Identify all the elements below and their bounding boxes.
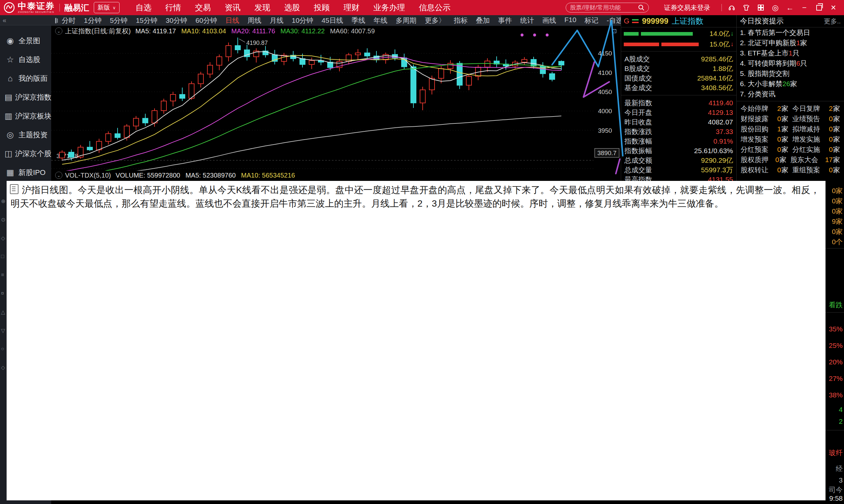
menu-item-选股[interactable]: 选股 [284, 2, 300, 13]
stat-value: 2 [829, 105, 833, 112]
tip-text: 大小非解禁 [748, 79, 783, 88]
candle [439, 69, 444, 78]
tool-标记[interactable]: 标记 [584, 16, 598, 25]
period-tab-年线[interactable]: 年线 [373, 16, 387, 25]
stat-label: 业绩预告 [792, 114, 829, 123]
theme-skin-icon[interactable] [739, 0, 754, 15]
collapse-pane-icon[interactable]: ⌄ [55, 172, 63, 179]
menu-item-信息公示[interactable]: 信息公示 [419, 2, 451, 13]
candlestick-chart[interactable]: 415041004050400039503871.784190.873890.7 [51, 36, 621, 170]
sidebar-tool-icon: ▽ [1, 327, 5, 334]
menu-item-理财[interactable]: 理财 [344, 2, 359, 13]
volume-values: VOLUME: 559972800MA5: 523089760MA10: 565… [116, 172, 300, 179]
period-tab-1分钟[interactable]: 1分钟 [84, 16, 102, 25]
stock-chart-icon: ◫ [5, 149, 13, 158]
login-status[interactable]: 证券交易未登录 [664, 3, 710, 12]
pane-tool-icon[interactable]: ⊡ [612, 28, 617, 35]
sidebar-item-我的版面[interactable]: ⌂我的版面 [0, 69, 51, 88]
customer-service-headset-icon[interactable] [724, 0, 739, 15]
settings-icon[interactable]: ◎ [768, 0, 783, 15]
tip-item-4[interactable]: 4.可转债即将到期6只 [737, 58, 844, 68]
menu-item-交易[interactable]: 交易 [195, 2, 211, 13]
period-tab-日线[interactable]: 日线 [225, 16, 239, 25]
edge-fragment: 2 [839, 417, 843, 426]
period-tab-45日线[interactable]: 45日线 [322, 16, 343, 25]
period-tab-周线[interactable]: 周线 [247, 16, 261, 25]
quote-row-value: 3408.56亿 [701, 83, 733, 92]
tip-item-5[interactable]: 5.股指期货交割 [737, 68, 844, 78]
vol-value-VOLUME: VOLUME: 559972800 [116, 172, 180, 179]
tip-item-3[interactable]: 3.ETF基金上市1只 [737, 48, 844, 58]
tool-事件[interactable]: 事件 [498, 16, 512, 25]
stat-label: 拟增减持 [792, 124, 829, 134]
back-arrow-icon[interactable]: ← [783, 0, 797, 15]
restore-window-icon[interactable] [812, 0, 826, 15]
period-tab-30分钟[interactable]: 30分钟 [166, 16, 187, 25]
period-tab-10分钟[interactable]: 10分钟 [292, 16, 313, 25]
tool-指标[interactable]: 指标 [454, 16, 468, 25]
period-tab-分时[interactable]: 分时 [62, 16, 76, 25]
sidebar-item-沪深京指数[interactable]: ▤沪深京指数 [0, 88, 51, 107]
sidebar-item-自选股[interactable]: ☆自选股 [0, 50, 51, 69]
menu-item-自选[interactable]: 自选 [136, 2, 152, 13]
tip-item-1[interactable]: 1.春节后第一个交易日 [737, 28, 844, 38]
search-input[interactable]: 股票/理财/常用功能 [566, 3, 649, 13]
period-tab-60分钟[interactable]: 60分钟 [195, 16, 217, 25]
tips-panel: 今日投资提示 更多.. 1.春节后第一个交易日2.北证可申购新股1家3.ETF基… [736, 15, 844, 181]
vol-value-MA10: MA10: 565345216 [241, 172, 295, 179]
tip-item-7[interactable]: 7.分类资讯 [737, 89, 844, 99]
minimize-icon[interactable]: − [797, 0, 812, 15]
sidebar-collapse-button[interactable]: « [0, 15, 51, 25]
more-link[interactable]: 更多.. [824, 17, 841, 26]
sidebar-item-沪深京个股[interactable]: ◫沪深京个股 [0, 144, 51, 163]
stat-value: 0 [777, 146, 781, 154]
brand-subtitle: ZHONGTAI SECURITIES [18, 11, 55, 14]
tool-统计[interactable]: 统计 [520, 16, 534, 25]
close-icon[interactable]: × [826, 0, 841, 15]
sidebar-item-主题投资[interactable]: ◎主题投资 [0, 125, 51, 144]
note-icon [10, 184, 18, 194]
tool--自选[interactable]: -自选 [606, 16, 623, 25]
theme-target-icon: ◎ [5, 130, 16, 140]
quote-panel-header[interactable]: G 999999 上证指数 [621, 15, 736, 28]
period-tab-15分钟[interactable]: 15分钟 [136, 16, 157, 25]
version-dropdown[interactable]: 新版 ∨ [94, 2, 120, 13]
sidebar-item-新股IPO[interactable]: ▦新股IPO [0, 163, 51, 182]
tool-F10[interactable]: F10 [564, 16, 576, 25]
candle [549, 74, 555, 79]
period-tab-月线[interactable]: 月线 [269, 16, 283, 25]
period-tab-多周期[interactable]: 多周期 [395, 16, 416, 25]
period-tab-5分钟[interactable]: 5分钟 [110, 16, 128, 25]
apps-grid-icon[interactable] [754, 0, 768, 15]
tip-text: 春节后第一个交易日 [748, 28, 810, 37]
sidebar-item-label: 全景图 [18, 36, 40, 46]
tip-item-6[interactable]: 6.大小非解禁26家 [737, 78, 844, 89]
sidebar-item-沪深京板块[interactable]: ▥沪深京板块 [0, 107, 51, 125]
menu-item-业务办理[interactable]: 业务办理 [373, 2, 405, 13]
menu-item-投顾[interactable]: 投顾 [314, 2, 330, 13]
candle [559, 61, 564, 65]
period-tab-季线[interactable]: 季线 [351, 16, 365, 25]
advancers-bar: 14.0亿↓ [621, 29, 736, 38]
stat-unit: 家 [781, 135, 789, 144]
sidebar-item-全景图[interactable]: ◉全景图 [0, 31, 51, 50]
layout-split-icon[interactable] [55, 18, 56, 23]
stat-label: 分红实施 [792, 145, 829, 154]
menu-item-行情[interactable]: 行情 [165, 2, 181, 13]
tool-画线[interactable]: 画线 [542, 16, 556, 25]
tip-text: 分类资讯 [748, 89, 776, 99]
note-text: 沪指日线图。今天是收出一根高开小阴线。单从今天K线看不出是强还是弱。盘中还一度超… [6, 181, 826, 210]
menu-item-资讯[interactable]: 资讯 [225, 2, 241, 13]
quote-row-指数振幅: 指数振幅25.61/0.63% [621, 146, 736, 156]
menu-item-发现[interactable]: 发现 [254, 2, 270, 13]
tip-item-2[interactable]: 2.北证可申购新股1家 [737, 38, 844, 48]
collapse-pane-icon[interactable]: ⌄ [55, 28, 63, 35]
stock-code: 999999 [642, 17, 668, 26]
stat-unit: 家 [833, 145, 840, 154]
period-tab-更多〉[interactable]: 更多〉 [425, 16, 445, 25]
stats-row: 财报披露0家业绩预告0家 [737, 113, 844, 124]
candle [420, 90, 425, 103]
tool-叠加[interactable]: 叠加 [476, 16, 490, 25]
sidebar-item-label: 沪深京指数 [15, 92, 52, 102]
tips-stats-table: 今始停牌2家今日复牌2家财报披露0家业绩预告0家股份回购1家拟增减持0家增发预案… [737, 103, 844, 175]
